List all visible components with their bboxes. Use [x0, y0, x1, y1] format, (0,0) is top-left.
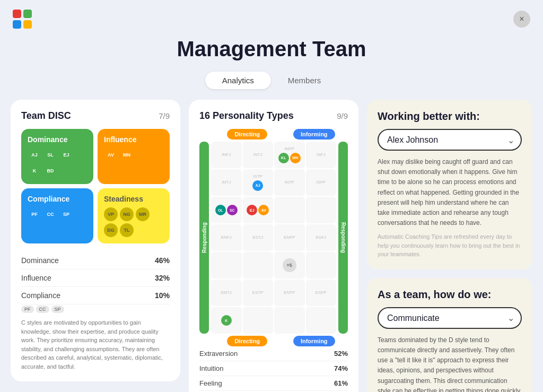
disc-compliance: Compliance PF CC SP: [21, 188, 93, 243]
pg-label-informing-top: Informing: [293, 129, 335, 140]
disc-compliance-title: Compliance: [28, 195, 87, 203]
disc-influence-title: Influence: [104, 135, 163, 144]
disc-card-header: Team DISC 7/9: [21, 110, 170, 121]
avatar-bd: BD: [43, 164, 57, 178]
pg-label-informing-bottom: Informing: [293, 336, 335, 346]
pg-cell-intj2: INTJ: [211, 169, 242, 196]
pg-label-directing-bottom: Directing: [227, 336, 267, 346]
pg-cell-intp: INTP: [274, 169, 305, 196]
disc-dominance: Dominance AJ SL EJ K BD: [21, 129, 93, 184]
working-better-card: Working better with: Alex Johnson ⌄ Alex…: [367, 100, 532, 269]
disc-card-count: 7/9: [159, 111, 170, 120]
pg-cell-intj3: OL SC: [211, 197, 242, 223]
pg-cell-estj2: [243, 252, 274, 278]
compliance-badges: PF CC SP: [21, 306, 170, 313]
pg-cell-intp2: [274, 197, 305, 223]
disc-dominance-avatars: AJ SL EJ K BD: [28, 148, 87, 178]
pg-cell-enfp: ENFP: [274, 224, 305, 251]
p-stat-extraversion-value: 52%: [334, 350, 348, 358]
person-dropdown-wrapper: Alex Johnson ⌄: [378, 129, 522, 151]
pg-cell-esfj2: [306, 252, 337, 278]
close-button[interactable]: ×: [513, 11, 530, 28]
tab-analytics[interactable]: Analytics: [205, 72, 271, 89]
pg-cell-infj: INFJ: [211, 142, 242, 168]
pg-cell-istp2: EJ AV: [243, 197, 274, 223]
more-badge: +5: [283, 258, 296, 272]
avatar-vp: VP: [104, 207, 118, 221]
compliance-desc: C styles are motivated by opportunities …: [21, 318, 170, 371]
avatar-ng: NG: [120, 207, 134, 221]
p-stat-feeling-value: 61%: [334, 379, 348, 387]
logo-dot-green: [23, 10, 32, 18]
avatar-tl: TL: [120, 223, 134, 237]
team-communicate-title: As a team, how do we:: [378, 289, 522, 301]
stat-compliance-label: Compliance: [21, 291, 60, 300]
communicate-dropdown-wrapper: Communicate ⌄: [378, 307, 522, 329]
disc-steadiness: Steadiness VP NG MR DG TL: [98, 188, 170, 243]
pg-avatar-k2: K: [221, 315, 232, 326]
disc-card: Team DISC 7/9 Dominance AJ SL EJ K BD: [11, 100, 180, 381]
disc-card-title: Team DISC: [21, 110, 71, 121]
main-content: Team DISC 7/9 Dominance AJ SL EJ K BD: [0, 89, 543, 392]
working-better-desc: Alex may dislike being caught off guard …: [378, 157, 522, 228]
avatar-dg: DG: [104, 223, 118, 237]
working-better-hint: Automatic Coaching Tips are refreshed ev…: [378, 232, 522, 259]
pg-cell-estj: ESTJ: [243, 224, 274, 251]
pg-cell-istp: ISTP AJ: [243, 169, 274, 196]
pg-cell-enfp2: +5: [274, 252, 305, 278]
logo-dot-blue: [13, 20, 21, 29]
p-stat-intuition-value: 74%: [334, 364, 348, 372]
p-stat-intuition: Intuition 74%: [199, 361, 348, 376]
avatar-cc: CC: [43, 207, 57, 221]
disc-dominance-title: Dominance: [28, 135, 87, 144]
pg-label-responding-left: Responding: [199, 142, 209, 334]
person-dropdown[interactable]: Alex Johnson: [378, 129, 522, 151]
disc-steadiness-avatars: VP NG MR DG TL: [104, 207, 163, 237]
page-title: Management Team: [0, 37, 543, 61]
pg-bottom-labels: Directing Informing: [199, 336, 348, 346]
communicate-dropdown[interactable]: Communicate: [378, 307, 522, 329]
pg-avatar-ol: OL: [215, 205, 226, 215]
disc-grid: Dominance AJ SL EJ K BD Influence AV MN: [21, 129, 170, 243]
pg-cell-entp2: [274, 307, 305, 334]
avatar-sp: SP: [59, 207, 73, 221]
team-communicate-card: As a team, how do we: Communicate ⌄ Team…: [367, 278, 532, 392]
stat-dominance-label: Dominance: [21, 256, 59, 265]
pg-grid-container: Responding INFJ INTJ INFP KL MN: [199, 142, 348, 334]
disc-compliance-avatars: PF CC SP: [28, 207, 87, 221]
personality-card-header: 16 Personality Types 9/9: [199, 110, 348, 121]
pg-label-responding-right: Responding: [338, 142, 348, 334]
pg-cell-esfp2: [306, 307, 337, 334]
stat-influence: Influence 32%: [21, 269, 170, 287]
avatar-pf: PF: [28, 207, 41, 221]
personality-card: 16 Personality Types 9/9 Directing Infor…: [189, 100, 358, 392]
pg-cell-esfp: ESFP: [306, 280, 337, 306]
avatar-ej: EJ: [59, 148, 73, 162]
right-panel: Working better with: Alex Johnson ⌄ Alex…: [367, 100, 532, 392]
pg-cell-isfp2: [306, 197, 337, 223]
tab-members[interactable]: Members: [271, 72, 338, 89]
p-stat-feeling-label: Feeling: [199, 379, 222, 387]
pg-label-directing-top: Directing: [227, 129, 267, 140]
avatar-av: AV: [104, 148, 118, 162]
pg-avatar-kl: KL: [278, 153, 289, 163]
pg-cell-entj: ENTJ: [211, 280, 242, 306]
avatar-sl: SL: [43, 148, 57, 162]
disc-steadiness-title: Steadiness: [104, 195, 163, 203]
pg-top-labels: Directing Informing: [199, 129, 348, 140]
stat-influence-label: Influence: [21, 274, 51, 282]
stat-compliance-value: 10%: [155, 291, 170, 300]
disc-influence-avatars: AV MN: [104, 148, 163, 162]
working-better-title: Working better with:: [378, 110, 522, 123]
pg-cell-intj: INTJ: [243, 142, 274, 168]
pg-cell-infp: INFP KL MN: [274, 142, 305, 168]
pg-avatar-mn2: MN: [290, 153, 301, 163]
pg-cell-entj2: K: [211, 307, 242, 334]
pg-avatar-aj2: AJ: [252, 180, 263, 191]
logo-dot-red: [13, 10, 21, 18]
avatar-mn: MN: [120, 148, 134, 162]
pg-cell-estp2: [243, 307, 274, 334]
badge-cc: CC: [36, 306, 49, 313]
tabs-row: Analytics Members: [0, 72, 543, 89]
team-communicate-desc1: Teams dominated by the D style tend to c…: [378, 335, 522, 392]
